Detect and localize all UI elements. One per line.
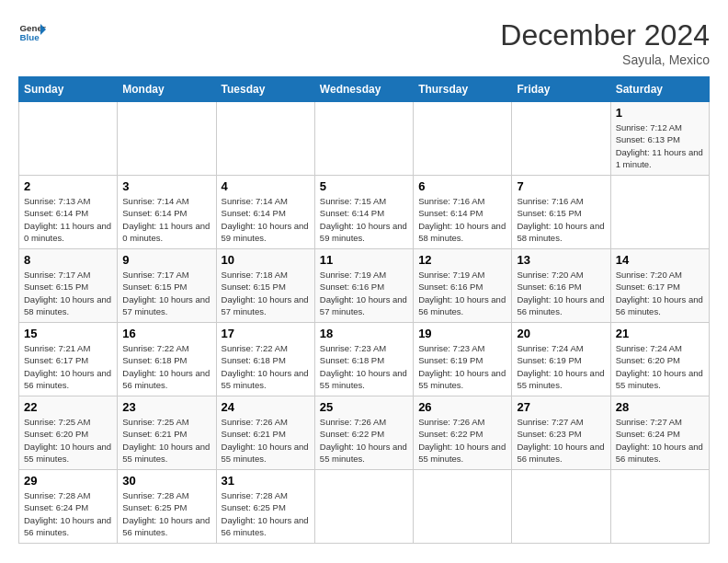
day-info: Sunrise: 7:27 AMSunset: 6:24 PMDaylight:… (616, 416, 704, 465)
calendar-day-cell: 30Sunrise: 7:28 AMSunset: 6:25 PMDayligh… (118, 470, 216, 544)
day-number: 9 (122, 253, 210, 267)
day-number: 22 (24, 400, 112, 414)
calendar-week-row: 1Sunrise: 7:12 AMSunset: 6:13 PMDaylight… (19, 102, 710, 176)
calendar-week-row: 2Sunrise: 7:13 AMSunset: 6:14 PMDaylight… (19, 176, 710, 249)
calendar-week-row: 22Sunrise: 7:25 AMSunset: 6:20 PMDayligh… (19, 396, 710, 470)
day-number: 1 (616, 106, 704, 120)
day-info: Sunrise: 7:12 AMSunset: 6:13 PMDaylight:… (616, 121, 704, 170)
day-number: 19 (418, 327, 506, 340)
day-info: Sunrise: 7:22 AMSunset: 6:18 PMDaylight:… (122, 342, 210, 391)
calendar-day-cell: 14Sunrise: 7:20 AMSunset: 6:17 PMDayligh… (610, 249, 709, 323)
calendar-day-cell (314, 470, 413, 544)
day-info: Sunrise: 7:17 AMSunset: 6:15 PMDaylight:… (122, 269, 210, 317)
logo: General Blue (18, 18, 46, 46)
day-info: Sunrise: 7:19 AMSunset: 6:16 PMDaylight:… (418, 269, 506, 317)
calendar-day-cell: 21Sunrise: 7:24 AMSunset: 6:20 PMDayligh… (610, 323, 709, 396)
calendar-day-cell (512, 470, 610, 544)
month-title: December 2024 (500, 18, 710, 52)
page-header: General Blue December 2024 Sayula, Mexic… (18, 18, 710, 67)
day-info: Sunrise: 7:24 AMSunset: 6:20 PMDaylight:… (616, 342, 704, 391)
day-number: 27 (517, 400, 605, 414)
calendar-day-cell (414, 470, 512, 544)
calendar-day-cell: 1Sunrise: 7:12 AMSunset: 6:13 PMDaylight… (610, 102, 709, 176)
calendar-week-row: 8Sunrise: 7:17 AMSunset: 6:15 PMDaylight… (19, 249, 710, 323)
calendar-day-cell: 25Sunrise: 7:26 AMSunset: 6:22 PMDayligh… (314, 396, 413, 470)
day-number: 21 (616, 327, 704, 340)
day-number: 12 (418, 253, 506, 267)
day-number: 17 (222, 327, 310, 340)
calendar-day-cell (610, 176, 709, 249)
day-info: Sunrise: 7:20 AMSunset: 6:17 PMDaylight:… (616, 269, 704, 317)
calendar-day-cell: 17Sunrise: 7:22 AMSunset: 6:18 PMDayligh… (216, 323, 314, 396)
day-number: 25 (320, 400, 408, 414)
day-info: Sunrise: 7:27 AMSunset: 6:23 PMDaylight:… (517, 416, 605, 465)
empty-cell (216, 102, 314, 176)
calendar-day-cell: 3Sunrise: 7:14 AMSunset: 6:14 PMDaylight… (118, 176, 216, 249)
day-number: 6 (418, 179, 506, 193)
day-info: Sunrise: 7:18 AMSunset: 6:15 PMDaylight:… (222, 269, 310, 317)
day-info: Sunrise: 7:13 AMSunset: 6:14 PMDaylight:… (24, 195, 112, 244)
calendar-day-cell (610, 470, 709, 544)
day-info: Sunrise: 7:28 AMSunset: 6:25 PMDaylight:… (122, 489, 210, 538)
day-info: Sunrise: 7:19 AMSunset: 6:16 PMDaylight:… (320, 269, 408, 317)
day-number: 31 (222, 474, 310, 488)
calendar-week-row: 15Sunrise: 7:21 AMSunset: 6:17 PMDayligh… (19, 323, 710, 396)
day-number: 28 (616, 400, 704, 414)
day-info: Sunrise: 7:21 AMSunset: 6:17 PMDaylight:… (24, 342, 112, 391)
empty-cell (314, 102, 413, 176)
calendar-day-cell: 19Sunrise: 7:23 AMSunset: 6:19 PMDayligh… (414, 323, 512, 396)
day-info: Sunrise: 7:22 AMSunset: 6:18 PMDaylight:… (222, 342, 310, 391)
day-info: Sunrise: 7:14 AMSunset: 6:14 PMDaylight:… (122, 195, 210, 244)
calendar-day-cell: 18Sunrise: 7:23 AMSunset: 6:18 PMDayligh… (314, 323, 413, 396)
day-number: 23 (122, 400, 210, 414)
day-number: 5 (320, 179, 408, 193)
calendar-day-cell: 6Sunrise: 7:16 AMSunset: 6:14 PMDaylight… (414, 176, 512, 249)
day-info: Sunrise: 7:25 AMSunset: 6:20 PMDaylight:… (24, 416, 112, 465)
day-info: Sunrise: 7:20 AMSunset: 6:16 PMDaylight:… (517, 269, 605, 317)
day-number: 2 (24, 179, 112, 193)
day-info: Sunrise: 7:24 AMSunset: 6:19 PMDaylight:… (517, 342, 605, 391)
calendar-day-cell: 2Sunrise: 7:13 AMSunset: 6:14 PMDaylight… (19, 176, 118, 249)
calendar-day-cell: 16Sunrise: 7:22 AMSunset: 6:18 PMDayligh… (118, 323, 216, 396)
day-number: 15 (24, 327, 112, 340)
calendar-day-cell: 9Sunrise: 7:17 AMSunset: 6:15 PMDaylight… (118, 249, 216, 323)
day-number: 3 (122, 179, 210, 193)
calendar-day-cell: 31Sunrise: 7:28 AMSunset: 6:25 PMDayligh… (216, 470, 314, 544)
calendar-table: SundayMondayTuesdayWednesdayThursdayFrid… (18, 76, 710, 544)
day-info: Sunrise: 7:23 AMSunset: 6:19 PMDaylight:… (418, 342, 506, 391)
day-number: 24 (222, 400, 310, 414)
day-info: Sunrise: 7:28 AMSunset: 6:25 PMDaylight:… (222, 489, 310, 538)
calendar-day-cell: 22Sunrise: 7:25 AMSunset: 6:20 PMDayligh… (19, 396, 118, 470)
day-info: Sunrise: 7:14 AMSunset: 6:14 PMDaylight:… (222, 195, 310, 244)
day-info: Sunrise: 7:23 AMSunset: 6:18 PMDaylight:… (320, 342, 408, 391)
weekday-header: Wednesday (314, 77, 413, 102)
day-number: 8 (24, 253, 112, 267)
calendar-day-cell: 11Sunrise: 7:19 AMSunset: 6:16 PMDayligh… (314, 249, 413, 323)
calendar-day-cell: 20Sunrise: 7:24 AMSunset: 6:19 PMDayligh… (512, 323, 610, 396)
calendar-day-cell: 28Sunrise: 7:27 AMSunset: 6:24 PMDayligh… (610, 396, 709, 470)
day-info: Sunrise: 7:25 AMSunset: 6:21 PMDaylight:… (122, 416, 210, 465)
calendar-day-cell: 13Sunrise: 7:20 AMSunset: 6:16 PMDayligh… (512, 249, 610, 323)
day-number: 18 (320, 327, 408, 340)
calendar-day-cell: 29Sunrise: 7:28 AMSunset: 6:24 PMDayligh… (19, 470, 118, 544)
day-number: 10 (222, 253, 310, 267)
weekday-header: Sunday (19, 77, 118, 102)
weekday-header: Saturday (610, 77, 709, 102)
day-number: 13 (517, 253, 605, 267)
calendar-day-cell: 24Sunrise: 7:26 AMSunset: 6:21 PMDayligh… (216, 396, 314, 470)
logo-icon: General Blue (18, 18, 46, 46)
calendar-day-cell: 15Sunrise: 7:21 AMSunset: 6:17 PMDayligh… (19, 323, 118, 396)
calendar-day-cell: 12Sunrise: 7:19 AMSunset: 6:16 PMDayligh… (414, 249, 512, 323)
day-info: Sunrise: 7:26 AMSunset: 6:22 PMDaylight:… (418, 416, 506, 465)
empty-cell (118, 102, 216, 176)
day-number: 16 (122, 327, 210, 340)
day-info: Sunrise: 7:16 AMSunset: 6:14 PMDaylight:… (418, 195, 506, 244)
day-number: 30 (122, 474, 210, 488)
day-number: 4 (222, 179, 310, 193)
location-subtitle: Sayula, Mexico (500, 52, 710, 67)
weekday-header: Tuesday (216, 77, 314, 102)
calendar-week-row: 29Sunrise: 7:28 AMSunset: 6:24 PMDayligh… (19, 470, 710, 544)
day-number: 7 (517, 179, 605, 193)
day-number: 26 (418, 400, 506, 414)
weekday-header: Friday (512, 77, 610, 102)
